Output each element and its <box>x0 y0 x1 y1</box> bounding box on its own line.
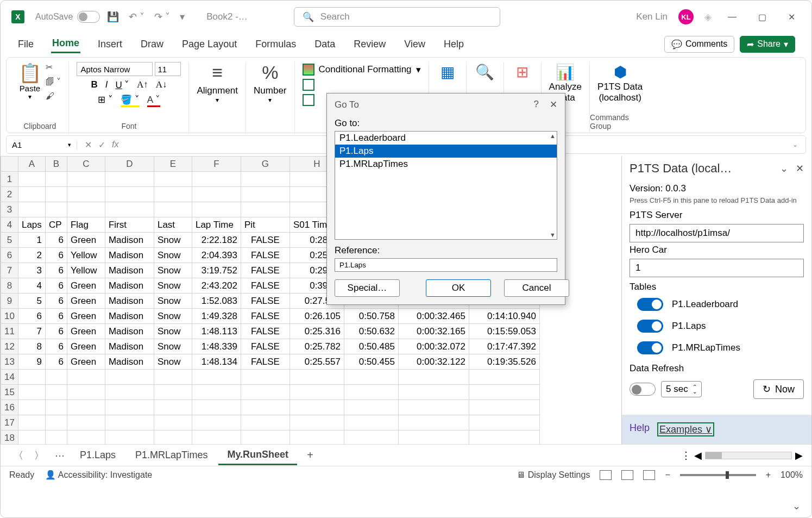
help-link[interactable]: Help <box>630 422 650 436</box>
font-name-select[interactable] <box>77 62 153 76</box>
undo-icon[interactable]: ↶ ˅ <box>129 11 144 23</box>
hero-input[interactable] <box>630 259 804 277</box>
user-avatar[interactable]: KL <box>678 9 694 24</box>
redo-icon[interactable]: ↷ ˅ <box>154 11 170 23</box>
enter-formula-icon[interactable]: ✓ <box>98 140 105 150</box>
format-painter-icon[interactable]: 🖌 <box>46 91 61 101</box>
cell-styles-button[interactable] <box>303 94 314 106</box>
cut-icon[interactable]: ✂ <box>46 62 61 72</box>
accessibility-button[interactable]: 👤 Accessibility: Investigate <box>45 470 152 480</box>
listbox-scroll-down-icon[interactable]: ▼ <box>550 232 556 238</box>
zoom-in-button[interactable]: + <box>766 470 771 480</box>
zoom-out-button[interactable]: − <box>665 470 670 480</box>
sheet-options-icon[interactable]: ⋮ <box>681 450 691 461</box>
dialog-help-icon[interactable]: ? <box>534 99 539 110</box>
sheet-tab-runsheet[interactable]: My.RunSheet <box>218 446 297 465</box>
minimize-button[interactable]: — <box>722 9 742 24</box>
diamond-icon[interactable]: ◈ <box>704 11 712 23</box>
ok-button[interactable]: OK <box>426 279 491 297</box>
dialog-close-icon[interactable]: ✕ <box>550 99 557 110</box>
paste-label[interactable]: Paste <box>18 84 41 93</box>
alignment-label[interactable]: Alignment <box>197 85 238 96</box>
toggle-laps[interactable] <box>637 320 663 333</box>
bold-button[interactable]: B <box>91 79 97 91</box>
goto-listbox[interactable]: P1.Leaderboard P1.Laps P1.MRLapTimes ▲ ▼ <box>335 131 557 240</box>
tab-page-layout[interactable]: Page Layout <box>181 36 238 53</box>
tab-data[interactable]: Data <box>313 36 336 53</box>
qat-dropdown-icon[interactable]: ▾ <box>180 11 185 23</box>
number-label[interactable]: Number <box>254 85 286 96</box>
toggle-refresh[interactable] <box>630 383 656 396</box>
format-as-table-button[interactable] <box>303 79 314 91</box>
sheet-tab-laps[interactable]: P1.Laps <box>71 446 124 464</box>
examples-link[interactable]: Examples ∨ <box>657 422 714 436</box>
goto-item-laps[interactable]: P1.Laps <box>335 145 557 158</box>
zoom-slider[interactable] <box>680 474 756 476</box>
fx-icon[interactable]: fx <box>112 140 118 150</box>
page-break-view-icon[interactable] <box>643 470 655 480</box>
special-button[interactable]: Special… <box>335 279 400 297</box>
tab-review[interactable]: Review <box>353 36 387 53</box>
analyze-data-icon[interactable]: 📊 <box>555 62 576 82</box>
conditional-formatting-button[interactable]: Conditional Formatting ▾ <box>303 64 421 76</box>
alignment-icon[interactable]: ≡ <box>212 62 223 83</box>
fill-color-button[interactable]: 🪣 ˅ <box>121 94 140 107</box>
toggle-leaderboard[interactable] <box>637 298 663 311</box>
maximize-button[interactable]: ▢ <box>753 9 772 25</box>
refresh-interval[interactable]: 5 sec⌃⌄ <box>661 381 702 397</box>
sheet-nav-next[interactable]: 〉 <box>30 446 48 465</box>
p1ts-icon[interactable]: ⬢ <box>609 62 631 82</box>
share-button[interactable]: ➦ Share ▾ <box>740 36 795 53</box>
italic-button[interactable]: I <box>105 79 108 91</box>
font-size-select[interactable] <box>155 62 181 76</box>
listbox-scroll-up-icon[interactable]: ▲ <box>550 133 556 139</box>
page-layout-view-icon[interactable] <box>621 470 633 480</box>
font-color-button[interactable]: A ˅ <box>147 94 160 107</box>
paste-icon[interactable]: 📋 <box>18 62 41 84</box>
goto-item-mrlaptimes[interactable]: P1.MRLapTimes <box>335 158 557 171</box>
document-name[interactable]: Book2 -… <box>206 11 248 22</box>
insert-cells-icon[interactable]: ▦ <box>437 62 458 82</box>
find-icon[interactable]: 🔍 <box>474 62 496 82</box>
name-box[interactable]: A1▾ <box>7 140 77 149</box>
goto-item-leaderboard[interactable]: P1.Leaderboard <box>335 132 557 145</box>
sheet-tab-mrlaptimes[interactable]: P1.MRLapTimes <box>127 446 216 464</box>
underline-button[interactable]: U ˅ <box>115 79 129 91</box>
number-icon[interactable]: % <box>262 62 278 83</box>
decrease-font-button[interactable]: A↓ <box>156 79 167 91</box>
autosave-switch[interactable] <box>77 11 100 23</box>
sheet-nav-prev[interactable]: 〈 <box>9 446 28 465</box>
search-box[interactable]: 🔍 Search <box>294 7 500 27</box>
scroll-right-icon[interactable]: ▶ <box>795 450 803 461</box>
ribbon-collapse-icon[interactable]: ⌄ <box>792 500 801 512</box>
user-name[interactable]: Ken Lin <box>636 11 668 22</box>
tab-formulas[interactable]: Formulas <box>254 36 297 53</box>
toggle-mrlaptimes[interactable] <box>637 341 663 354</box>
copy-icon[interactable]: 🗐 ˅ <box>46 77 61 87</box>
autosave-toggle[interactable]: AutoSave Off <box>35 11 93 23</box>
horizontal-scrollbar[interactable] <box>705 452 792 459</box>
normal-view-icon[interactable] <box>600 470 612 480</box>
tab-help[interactable]: Help <box>443 36 465 53</box>
reference-input[interactable] <box>335 258 557 272</box>
display-settings-button[interactable]: 🖥 Display Settings <box>517 470 590 480</box>
cancel-button[interactable]: Cancel <box>504 279 569 297</box>
save-icon[interactable]: 💾 <box>107 11 119 23</box>
increase-font-button[interactable]: A↑ <box>137 79 148 91</box>
tab-insert[interactable]: Insert <box>97 36 123 53</box>
tab-home[interactable]: Home <box>51 35 80 53</box>
pane-menu-icon[interactable]: ⌄ <box>780 163 788 174</box>
addins-icon[interactable]: ⊞ <box>512 62 533 82</box>
comments-button[interactable]: 💬 Comments <box>664 36 734 53</box>
borders-button[interactable]: ⊞ ˅ <box>98 94 113 107</box>
cancel-formula-icon[interactable]: ✕ <box>85 140 92 150</box>
zoom-level[interactable]: 100% <box>780 470 803 480</box>
tab-draw[interactable]: Draw <box>140 36 165 53</box>
add-sheet-button[interactable]: + <box>299 446 321 465</box>
scroll-left-icon[interactable]: ◀ <box>694 450 702 461</box>
pane-close-icon[interactable]: ✕ <box>796 163 804 174</box>
tab-file[interactable]: File <box>17 36 35 53</box>
close-button[interactable]: ✕ <box>783 9 801 25</box>
sheet-nav-menu[interactable]: ⋯ <box>51 446 69 465</box>
formula-expand-icon[interactable]: ⌄ <box>785 141 805 148</box>
